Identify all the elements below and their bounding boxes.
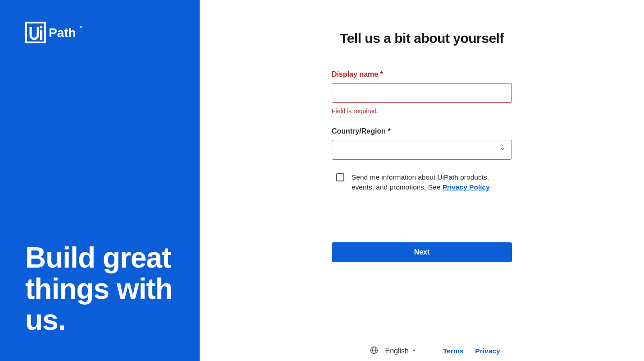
- display-name-field-group: Display name * Field is required.: [332, 70, 512, 115]
- display-name-label: Display name *: [332, 70, 512, 79]
- uipath-logo: Path: [25, 22, 174, 45]
- svg-rect-1: [40, 26, 42, 28]
- display-name-input[interactable]: [332, 83, 512, 103]
- svg-rect-2: [40, 30, 42, 40]
- marketing-consent-label: Send me information about UiPath product…: [352, 172, 512, 193]
- terms-link[interactable]: Terms: [443, 347, 463, 355]
- footer: English Terms Privacy: [332, 346, 512, 356]
- marketing-consent-checkbox[interactable]: [336, 173, 344, 181]
- tagline: Build great things with us.: [25, 242, 174, 336]
- sidebar: Path Build great things with us.: [0, 0, 200, 361]
- country-label: Country/Region *: [332, 127, 512, 135]
- privacy-policy-link[interactable]: Privacy Policy: [443, 183, 490, 191]
- signup-form: Tell us a bit about yourself Display nam…: [332, 31, 512, 262]
- country-select[interactable]: [332, 140, 512, 160]
- language-label: English: [385, 347, 408, 355]
- dropdown-arrow-icon: [411, 347, 417, 355]
- language-selector[interactable]: English: [370, 346, 416, 356]
- privacy-link[interactable]: Privacy: [475, 347, 500, 355]
- svg-point-4: [80, 26, 82, 28]
- main-content: Tell us a bit about yourself Display nam…: [200, 0, 644, 361]
- form-heading: Tell us a bit about yourself: [332, 31, 512, 46]
- globe-icon: [370, 346, 379, 356]
- marketing-consent-row: Send me information about UiPath product…: [332, 172, 512, 193]
- country-field-group: Country/Region *: [332, 127, 512, 160]
- svg-text:Path: Path: [49, 26, 76, 40]
- display-name-error: Field is required.: [332, 107, 512, 115]
- next-button[interactable]: Next: [332, 242, 512, 262]
